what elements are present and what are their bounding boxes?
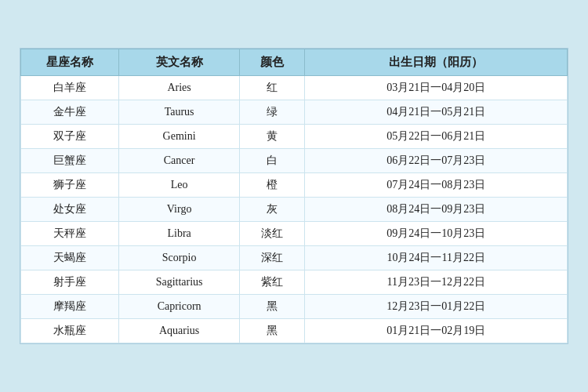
cell-chinese: 白羊座: [21, 76, 119, 100]
cell-english: Libra: [119, 222, 239, 246]
cell-date: 10月24日一11月22日: [305, 246, 568, 270]
table-row: 射手座Sagittarius紫红11月23日一12月22日: [21, 270, 568, 295]
cell-english: Cancer: [119, 149, 239, 173]
cell-color: 灰: [239, 198, 305, 222]
table-row: 双子座Gemini黄05月22日一06月21日: [21, 125, 568, 149]
cell-chinese: 巨蟹座: [21, 149, 119, 173]
table-row: 处女座Virgo灰08月24日一09月23日: [21, 198, 568, 222]
cell-date: 06月22日一07月23日: [305, 149, 568, 173]
cell-date: 07月24日一08月23日: [305, 173, 568, 198]
table-row: 天秤座Libra淡红09月24日一10月23日: [21, 222, 568, 246]
table-row: 狮子座Leo橙07月24日一08月23日: [21, 173, 568, 198]
cell-chinese: 射手座: [21, 270, 119, 295]
cell-chinese: 水瓶座: [21, 319, 119, 343]
cell-english: Capricorn: [119, 295, 239, 319]
cell-chinese: 金牛座: [21, 100, 119, 125]
cell-color: 红: [239, 76, 305, 100]
cell-english: Gemini: [119, 125, 239, 149]
cell-english: Virgo: [119, 198, 239, 222]
cell-color: 黄: [239, 125, 305, 149]
cell-english: Taurus: [119, 100, 239, 125]
zodiac-table: 星座名称 英文名称 颜色 出生日期（阳历） 白羊座Aries红03月21日一04…: [20, 49, 568, 343]
cell-color: 绿: [239, 100, 305, 125]
cell-chinese: 天秤座: [21, 222, 119, 246]
table-row: 白羊座Aries红03月21日一04月20日: [21, 76, 568, 100]
cell-english: Sagittarius: [119, 270, 239, 295]
table-body: 白羊座Aries红03月21日一04月20日金牛座Taurus绿04月21日一0…: [21, 76, 568, 343]
table-row: 金牛座Taurus绿04月21日一05月21日: [21, 100, 568, 125]
cell-color: 深红: [239, 246, 305, 270]
cell-date: 03月21日一04月20日: [305, 76, 568, 100]
table-row: 摩羯座Capricorn黑12月23日一01月22日: [21, 295, 568, 319]
table-row: 水瓶座Aquarius黑01月21日一02月19日: [21, 319, 568, 343]
header-date: 出生日期（阳历）: [305, 49, 568, 76]
cell-chinese: 狮子座: [21, 173, 119, 198]
cell-color: 橙: [239, 173, 305, 198]
cell-color: 紫红: [239, 270, 305, 295]
cell-english: Leo: [119, 173, 239, 198]
cell-english: Scorpio: [119, 246, 239, 270]
cell-date: 05月22日一06月21日: [305, 125, 568, 149]
table-row: 天蝎座Scorpio深红10月24日一11月22日: [21, 246, 568, 270]
cell-color: 白: [239, 149, 305, 173]
cell-color: 淡红: [239, 222, 305, 246]
cell-date: 12月23日一01月22日: [305, 295, 568, 319]
cell-chinese: 摩羯座: [21, 295, 119, 319]
cell-date: 09月24日一10月23日: [305, 222, 568, 246]
header-english: 英文名称: [119, 49, 239, 76]
table-row: 巨蟹座Cancer白06月22日一07月23日: [21, 149, 568, 173]
header-color: 颜色: [239, 49, 305, 76]
cell-chinese: 处女座: [21, 198, 119, 222]
header-chinese: 星座名称: [21, 49, 119, 76]
cell-chinese: 双子座: [21, 125, 119, 149]
cell-date: 08月24日一09月23日: [305, 198, 568, 222]
cell-chinese: 天蝎座: [21, 246, 119, 270]
cell-color: 黑: [239, 295, 305, 319]
cell-date: 11月23日一12月22日: [305, 270, 568, 295]
zodiac-table-container: 星座名称 英文名称 颜色 出生日期（阳历） 白羊座Aries红03月21日一04…: [20, 48, 568, 344]
cell-date: 04月21日一05月21日: [305, 100, 568, 125]
cell-english: Aries: [119, 76, 239, 100]
table-header-row: 星座名称 英文名称 颜色 出生日期（阳历）: [21, 49, 568, 76]
cell-english: Aquarius: [119, 319, 239, 343]
cell-date: 01月21日一02月19日: [305, 319, 568, 343]
cell-color: 黑: [239, 319, 305, 343]
